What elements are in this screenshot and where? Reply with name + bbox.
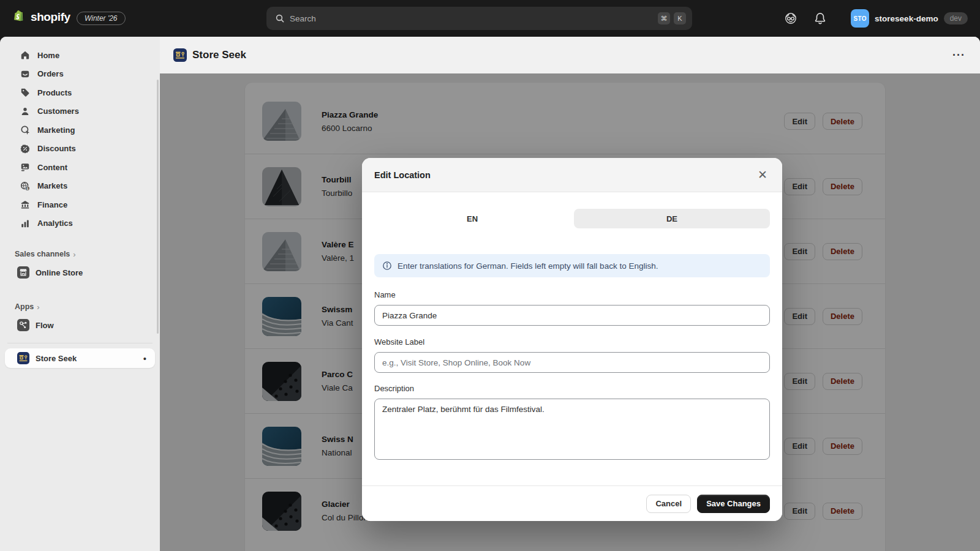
marketing-icon	[20, 125, 30, 135]
store-name: storeseek-demo	[875, 14, 938, 23]
content-icon	[20, 162, 30, 172]
save-changes-button[interactable]: Save Changes	[697, 495, 770, 513]
sidebar-item-content[interactable]: Content	[0, 158, 160, 177]
store-seek-app-icon	[173, 48, 187, 62]
store-avatar: STO	[851, 9, 869, 28]
translation-info-banner: Enter translations for German. Fields le…	[374, 254, 770, 277]
kbd-k: K	[674, 12, 686, 24]
modal-footer: Cancel Save Changes	[362, 485, 782, 521]
sidebar-divider	[7, 343, 153, 343]
account-menu[interactable]: STO storeseek-demo dev	[851, 8, 968, 29]
name-field[interactable]	[374, 305, 770, 326]
sidekick-assistant-icon[interactable]	[784, 12, 797, 25]
sidebar-item-markets[interactable]: $Markets	[0, 177, 160, 196]
sidebar-section-sales-channels[interactable]: Sales channels ›	[0, 246, 160, 262]
sidebar-item-orders[interactable]: Orders	[0, 65, 160, 84]
shopify-bag-icon	[12, 9, 26, 24]
products-icon	[20, 88, 30, 97]
global-search[interactable]: ⌘ K	[266, 7, 692, 30]
sidebar-item-home[interactable]: Home	[0, 46, 160, 65]
website-label-field[interactable]	[374, 352, 770, 373]
tab-de[interactable]: DE	[574, 209, 770, 228]
sidebar-item-products[interactable]: Products	[0, 83, 160, 102]
dev-badge: dev	[944, 12, 968, 24]
close-icon[interactable]: ✕	[754, 167, 771, 184]
app-header: Store Seek ···	[160, 37, 980, 73]
sidebar-item-online-store[interactable]: Online Store	[0, 262, 160, 283]
website-label-label: Website Label	[374, 337, 770, 347]
sidebar-item-marketing[interactable]: Marketing	[0, 121, 160, 140]
shopify-logo[interactable]: shopify	[12, 9, 70, 24]
analytics-icon	[20, 219, 30, 228]
markets-icon: $	[20, 181, 30, 191]
tab-en[interactable]: EN	[374, 209, 570, 228]
release-badge: Winter '26	[77, 12, 126, 25]
sidebar-item-flow[interactable]: Flow	[0, 315, 160, 335]
sidebar-item-store-seek[interactable]: Store Seek •	[5, 348, 155, 368]
store-seek-app-icon	[17, 352, 29, 364]
name-label: Name	[374, 290, 770, 299]
sidebar-item-discounts[interactable]: Discounts	[0, 140, 160, 159]
description-label: Description	[374, 384, 770, 393]
sidebar-section-apps[interactable]: Apps ›	[0, 299, 160, 315]
info-icon	[382, 261, 392, 271]
kbd-cmd: ⌘	[658, 12, 670, 24]
sidebar-item-finance[interactable]: Finance	[0, 195, 160, 214]
description-field[interactable]: Zentraler Platz, berühmt für das Filmfes…	[374, 399, 770, 460]
cancel-button[interactable]: Cancel	[646, 495, 691, 513]
shopify-wordmark: shopify	[31, 10, 70, 24]
more-actions-button[interactable]: ···	[952, 49, 965, 62]
page-title: Store Seek	[192, 49, 246, 61]
modal-title: Edit Location	[374, 170, 431, 180]
modal-header: Edit Location ✕	[362, 158, 782, 192]
search-input[interactable]	[290, 14, 654, 23]
chevron-right-icon: ›	[37, 302, 39, 312]
language-tabs: EN DE	[374, 209, 770, 228]
sidebar-item-customers[interactable]: Customers	[0, 102, 160, 121]
online-store-icon	[17, 266, 29, 279]
edit-location-modal: Edit Location ✕ EN DE Enter translations…	[362, 158, 782, 521]
active-dot: •	[143, 353, 146, 364]
primary-nav: HomeOrdersProductsCustomersMarketingDisc…	[0, 37, 160, 233]
home-icon	[20, 50, 30, 60]
notifications-bell-icon[interactable]	[813, 12, 827, 25]
sidebar-item-analytics[interactable]: Analytics	[0, 214, 160, 233]
sidebar-scrollbar[interactable]	[157, 80, 159, 334]
top-bar: shopify Winter '26 ⌘ K STO storeseek-dem…	[0, 0, 980, 37]
customers-icon	[20, 107, 30, 116]
sidebar: HomeOrdersProductsCustomersMarketingDisc…	[0, 37, 160, 551]
orders-icon	[20, 69, 30, 79]
chevron-right-icon: ›	[73, 250, 75, 259]
flow-app-icon	[17, 319, 29, 331]
finance-icon	[20, 200, 30, 209]
search-icon	[275, 13, 285, 23]
discounts-icon	[20, 144, 30, 154]
